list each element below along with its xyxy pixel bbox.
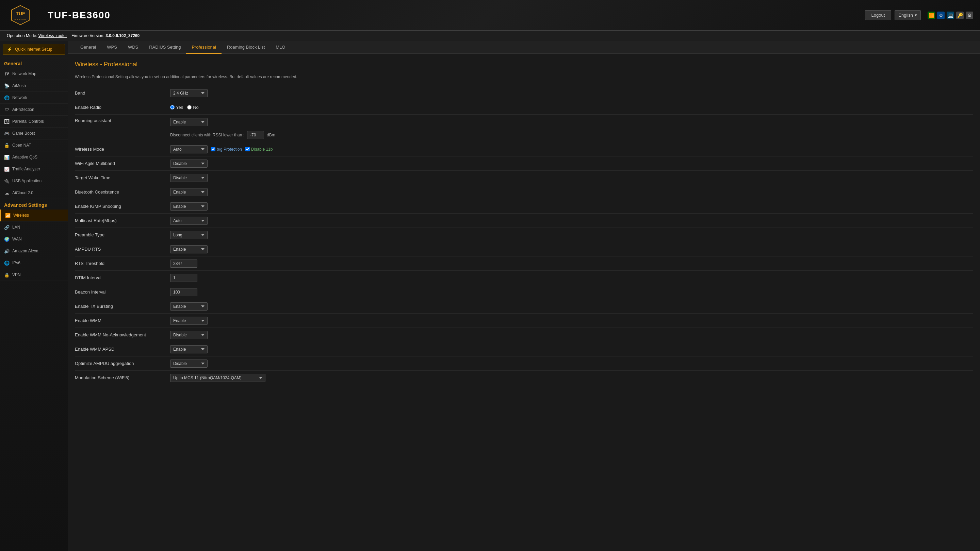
select-optimize-ampdu[interactable]: Disable Enable bbox=[170, 359, 208, 368]
nav-label-game-boost: Game Boost bbox=[12, 131, 35, 136]
select-modulation-scheme[interactable]: Up to MCS 11 (NitroQAM/1024-QAM) Up to M… bbox=[170, 374, 266, 382]
settings-icon[interactable]: ⚙ bbox=[966, 11, 973, 19]
sidebar-item-aimesh[interactable]: 📡 AiMesh bbox=[0, 80, 68, 92]
chevron-down-icon: ▾ bbox=[915, 13, 917, 18]
nav-label-usb: USB Application bbox=[12, 179, 41, 183]
label-target-wake-time: Target Wake Time bbox=[75, 175, 170, 180]
nav-label-alexa: Amazon Alexa bbox=[12, 249, 38, 253]
page-content: Wireless - Professional Wireless Profess… bbox=[68, 54, 980, 392]
rssi-input[interactable] bbox=[247, 131, 264, 139]
radio-no-label: No bbox=[193, 105, 199, 110]
sidebar-item-parental-controls[interactable]: 👨‍👩‍👧 Parental Controls bbox=[0, 116, 68, 127]
nav-label-vpn: VPN bbox=[12, 272, 21, 277]
select-wmm-apsd[interactable]: Enable Disable bbox=[170, 345, 208, 353]
checkbox-bg-protection[interactable]: b/g Protection bbox=[211, 147, 242, 152]
logo-area: TUF GAMING bbox=[7, 2, 34, 29]
tab-radius-setting[interactable]: RADIUS Setting bbox=[143, 41, 186, 54]
checkbox-disable-11b[interactable]: Disable 11b bbox=[245, 147, 272, 152]
radio-yes-input[interactable] bbox=[170, 105, 175, 110]
quick-setup-icon: ⚡ bbox=[7, 47, 12, 52]
select-multicast-rate[interactable]: Auto 1 2 5.5 11 bbox=[170, 217, 208, 225]
control-dtim-interval bbox=[170, 274, 973, 282]
label-multicast-rate: Multicast Rate(Mbps) bbox=[75, 218, 170, 223]
sidebar-item-wan[interactable]: 🌍 WAN bbox=[0, 233, 68, 245]
sidebar-item-wireless[interactable]: 📶 Wireless bbox=[0, 210, 68, 221]
tab-professional[interactable]: Professional bbox=[186, 41, 221, 54]
label-wireless-mode: Wireless Mode bbox=[75, 147, 170, 152]
select-band[interactable]: 2.4 GHz 5 GHz 6 GHz bbox=[170, 89, 208, 97]
sidebar-item-network[interactable]: 🌐 Network bbox=[0, 92, 68, 104]
status-icon-3[interactable]: 💻 bbox=[947, 11, 954, 19]
input-rts-threshold[interactable] bbox=[170, 259, 197, 268]
sidebar-item-traffic-analyzer[interactable]: 📈 Traffic Analyzer bbox=[0, 163, 68, 175]
sidebar-item-open-nat[interactable]: 🔓 Open NAT bbox=[0, 140, 68, 151]
label-beacon-interval: Beacon Interval bbox=[75, 289, 170, 295]
select-enable-wmm[interactable]: Enable Disable bbox=[170, 317, 208, 325]
select-wifi-agile-multiband[interactable]: Disable Enable bbox=[170, 159, 208, 168]
radio-no-input[interactable] bbox=[187, 105, 192, 110]
sidebar-item-aicloud[interactable]: ☁ AiCloud 2.0 bbox=[0, 187, 68, 199]
sidebar-item-lan[interactable]: 🔗 LAN bbox=[0, 221, 68, 233]
control-wifi-agile-multiband: Disable Enable bbox=[170, 159, 973, 168]
traffic-analyzer-icon: 📈 bbox=[4, 166, 10, 172]
radio-yes-label: Yes bbox=[176, 105, 183, 110]
sidebar-item-adaptive-qos[interactable]: 📊 Adaptive QoS bbox=[0, 151, 68, 163]
select-wireless-mode[interactable]: Auto Legacy N Only bbox=[170, 145, 208, 153]
label-roaming-assistant: Roaming assistant bbox=[75, 118, 170, 123]
label-wifi-agile-multiband: WiFi Agile Multiband bbox=[75, 161, 170, 166]
checkbox-bg-protection-input[interactable] bbox=[211, 147, 215, 151]
sidebar-item-vpn[interactable]: 🔒 VPN bbox=[0, 269, 68, 281]
game-boost-icon: 🎮 bbox=[4, 130, 10, 136]
radio-yes[interactable]: Yes bbox=[170, 105, 183, 110]
sidebar-item-game-boost[interactable]: 🎮 Game Boost bbox=[0, 127, 68, 140]
control-bluetooth-coexistence: Enable Disable bbox=[170, 188, 973, 196]
tab-roaming-block-list[interactable]: Roaming Block List bbox=[221, 41, 270, 54]
setting-dtim-interval: DTIM Interval bbox=[75, 271, 973, 285]
rssi-label: Disconnect clients with RSSI lower than … bbox=[170, 133, 244, 137]
tab-wps[interactable]: WPS bbox=[102, 41, 123, 54]
quick-setup-label: Quick Internet Setup bbox=[15, 47, 52, 52]
sidebar-item-ipv6[interactable]: 🌐 IPv6 bbox=[0, 257, 68, 269]
radio-no[interactable]: No bbox=[187, 105, 199, 110]
usb-icon: 🔌 bbox=[4, 178, 10, 184]
select-wmm-no-ack[interactable]: Disable Enable bbox=[170, 331, 208, 339]
select-roaming-enable[interactable]: Enable Disable bbox=[170, 118, 208, 126]
nav-label-adaptive-qos: Adaptive QoS bbox=[12, 155, 37, 159]
tuf-logo: TUF GAMING bbox=[7, 2, 34, 29]
language-selector[interactable]: English ▾ bbox=[894, 10, 921, 20]
sidebar-item-usb-application[interactable]: 🔌 USB Application bbox=[0, 175, 68, 187]
logout-button[interactable]: Logout bbox=[865, 10, 891, 20]
aicloud-icon: ☁ bbox=[4, 190, 10, 195]
select-ampdu-rts[interactable]: Enable Disable bbox=[170, 245, 208, 253]
status-icon-2[interactable]: ⚙ bbox=[937, 11, 945, 19]
status-icon-4[interactable]: 🔑 bbox=[956, 11, 964, 19]
input-dtim-interval[interactable] bbox=[170, 274, 197, 282]
select-igmp-snooping[interactable]: Enable Disable bbox=[170, 202, 208, 211]
header-controls: Logout English ▾ 📶 ⚙ 💻 🔑 ⚙ bbox=[865, 10, 973, 20]
select-bluetooth-coexistence[interactable]: Enable Disable bbox=[170, 188, 208, 196]
sidebar-item-amazon-alexa[interactable]: 🔊 Amazon Alexa bbox=[0, 245, 68, 257]
checkbox-disable-11b-input[interactable] bbox=[245, 147, 250, 151]
tab-mlo[interactable]: MLO bbox=[270, 41, 291, 54]
tab-general[interactable]: General bbox=[75, 41, 102, 54]
nav-label-wireless: Wireless bbox=[13, 213, 29, 218]
status-icon-1[interactable]: 📶 bbox=[928, 11, 935, 19]
sidebar-item-aiprotection[interactable]: 🛡 AiProtection bbox=[0, 104, 68, 116]
general-section-header: General bbox=[0, 57, 68, 68]
select-preamble-type[interactable]: Long Short bbox=[170, 231, 208, 239]
setting-ampdu-rts: AMPDU RTS Enable Disable bbox=[75, 242, 973, 256]
select-target-wake-time[interactable]: Disable Enable bbox=[170, 174, 208, 182]
tab-wds[interactable]: WDS bbox=[123, 41, 143, 54]
label-band: Band bbox=[75, 91, 170, 95]
adaptive-qos-icon: 📊 bbox=[4, 154, 10, 160]
sidebar-item-network-map[interactable]: 🗺 Network Map bbox=[0, 68, 68, 80]
lan-icon: 🔗 bbox=[4, 224, 10, 230]
quick-internet-setup[interactable]: ⚡ Quick Internet Setup bbox=[3, 44, 65, 55]
setting-preamble-type: Preamble Type Long Short bbox=[75, 228, 973, 242]
label-rts-threshold: RTS Threshold bbox=[75, 261, 170, 266]
label-modulation-scheme: Modulation Scheme (WiFi5) bbox=[75, 375, 170, 380]
tab-bar: General WPS WDS RADIUS Setting Professio… bbox=[68, 41, 980, 54]
input-beacon-interval[interactable] bbox=[170, 288, 197, 296]
select-tx-bursting[interactable]: Enable Disable bbox=[170, 302, 208, 311]
setting-enable-wmm: Enable WMM Enable Disable bbox=[75, 314, 973, 328]
